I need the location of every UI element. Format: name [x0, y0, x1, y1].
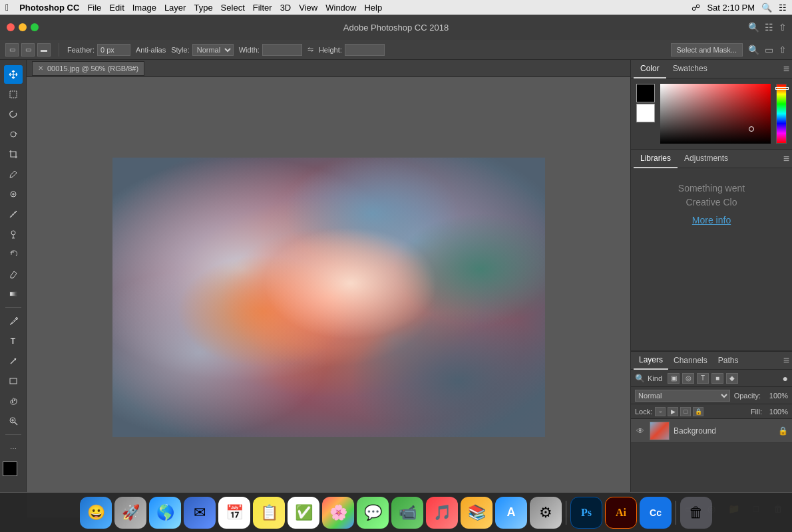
- lasso-tool[interactable]: [4, 105, 23, 124]
- tab-color[interactable]: Color: [634, 60, 666, 78]
- filter-smart-icon[interactable]: ◆: [726, 373, 738, 384]
- style-select[interactable]: Normal: [192, 44, 234, 56]
- filter-pixel-icon[interactable]: ▣: [668, 373, 680, 384]
- history-brush-tool[interactable]: [4, 245, 23, 263]
- menu-view[interactable]: View: [299, 3, 317, 13]
- menu-filter[interactable]: Filter: [253, 3, 272, 13]
- lock-all-icon[interactable]: 🔒: [693, 407, 703, 416]
- move-tool[interactable]: [4, 65, 23, 84]
- width-input[interactable]: [262, 44, 302, 56]
- hue-bar[interactable]: [776, 84, 787, 144]
- rect-marquee-icon[interactable]: ▭: [5, 43, 19, 57]
- filter-adjust-icon[interactable]: ◎: [682, 373, 694, 384]
- stamp-tool[interactable]: [4, 225, 23, 243]
- brush-tool[interactable]: [4, 205, 23, 223]
- layer-visibility-toggle[interactable]: 👁: [635, 426, 646, 436]
- maximize-button[interactable]: [31, 23, 39, 31]
- tab-paths[interactable]: Paths: [713, 351, 744, 370]
- background-swatch[interactable]: [636, 104, 655, 122]
- dock-sysprefs[interactable]: ⚙: [530, 497, 562, 529]
- tab-swatches[interactable]: Swatches: [666, 60, 714, 78]
- dock-appstore[interactable]: A: [495, 497, 527, 529]
- dock-launchpad[interactable]: 🚀: [114, 497, 146, 529]
- dock-notes[interactable]: 📋: [253, 497, 285, 529]
- height-input[interactable]: [345, 44, 385, 56]
- foreground-swatch[interactable]: [636, 84, 655, 102]
- menu-edit[interactable]: Edit: [109, 3, 124, 13]
- lock-artboard-icon[interactable]: □: [680, 407, 691, 416]
- dock-messages[interactable]: 💬: [357, 497, 389, 529]
- view-icon[interactable]: ▭: [765, 45, 773, 55]
- text-tool[interactable]: T: [4, 332, 23, 350]
- dock-itunes[interactable]: 🎵: [426, 497, 458, 529]
- tab-libraries[interactable]: Libraries: [634, 150, 678, 168]
- tab-close[interactable]: ✕: [38, 65, 43, 72]
- foreground-color[interactable]: [3, 462, 17, 476]
- menu-type[interactable]: Type: [194, 3, 212, 13]
- document-tab[interactable]: ✕ 00015.jpg @ 50% (RGB/8#): [32, 61, 144, 76]
- spot-healing-tool[interactable]: [4, 185, 23, 203]
- select-mask-button[interactable]: Select and Mask...: [671, 43, 743, 57]
- dock-photoshop[interactable]: Ps: [570, 497, 602, 529]
- close-button[interactable]: [7, 23, 15, 31]
- lock-pixels-icon[interactable]: ▫: [655, 407, 666, 416]
- ellipse-marquee-icon[interactable]: ▭: [21, 43, 35, 57]
- pen-tool[interactable]: [4, 312, 23, 331]
- layers-panel-menu[interactable]: ≡: [783, 354, 789, 366]
- canvas-image[interactable]: [112, 158, 545, 437]
- share-icon[interactable]: ⇧: [779, 22, 787, 33]
- feather-input[interactable]: [97, 44, 130, 56]
- path-selection-tool[interactable]: [4, 352, 23, 370]
- apple-logo[interactable]: : [5, 2, 9, 13]
- quick-selection-tool[interactable]: [4, 125, 23, 144]
- menu-layer[interactable]: Layer: [164, 3, 186, 13]
- filter-shape-icon[interactable]: ■: [711, 373, 723, 384]
- blend-mode-select[interactable]: Normal: [635, 390, 730, 402]
- marquee-tool[interactable]: [4, 85, 23, 104]
- eraser-tool[interactable]: [4, 265, 23, 283]
- dock-illustrator[interactable]: Ai: [605, 497, 637, 529]
- zoom-tool[interactable]: [4, 412, 23, 430]
- dock-adobe-cc[interactable]: Cc: [640, 497, 672, 529]
- dock-safari[interactable]: 🌎: [149, 497, 181, 529]
- dock-ibooks[interactable]: 📚: [461, 497, 493, 529]
- menu-help[interactable]: Help: [364, 3, 382, 13]
- list-item[interactable]: 👁 Background 🔒: [631, 419, 792, 443]
- dock-mail[interactable]: ✉: [184, 497, 216, 529]
- dock-trash[interactable]: 🗑: [680, 497, 712, 529]
- share-icon[interactable]: ⇧: [779, 45, 787, 55]
- dock-reminders[interactable]: ✅: [288, 497, 319, 529]
- search-icon[interactable]: 🔍: [748, 22, 759, 33]
- libraries-panel-menu[interactable]: ≡: [783, 153, 789, 165]
- single-row-icon[interactable]: ▬: [37, 43, 51, 57]
- menu-window[interactable]: Window: [325, 3, 356, 13]
- libraries-more-info-link[interactable]: More info: [692, 215, 731, 225]
- control-icon[interactable]: ☷: [779, 3, 787, 13]
- lock-position-icon[interactable]: ▶: [668, 407, 678, 416]
- search-icon[interactable]: 🔍: [761, 3, 772, 13]
- dock-finder[interactable]: 😀: [80, 497, 112, 529]
- hand-tool[interactable]: [4, 392, 23, 410]
- dock-calendar[interactable]: 📅: [218, 497, 250, 529]
- rectangle-tool[interactable]: [4, 372, 23, 390]
- search-icon[interactable]: 🔍: [748, 45, 759, 55]
- tab-adjustments[interactable]: Adjustments: [678, 150, 735, 168]
- minimize-button[interactable]: [19, 23, 27, 31]
- eyedropper-tool[interactable]: [4, 165, 23, 184]
- tab-layers[interactable]: Layers: [634, 351, 668, 370]
- color-gradient[interactable]: [660, 84, 771, 144]
- extra-tools[interactable]: ⋯: [4, 439, 23, 458]
- gradient-tool[interactable]: [4, 285, 23, 303]
- arrange-icon[interactable]: ☷: [765, 22, 773, 33]
- dock-facetime[interactable]: 📹: [391, 497, 423, 529]
- color-panel-menu[interactable]: ≡: [783, 63, 789, 75]
- menu-select[interactable]: Select: [221, 3, 245, 13]
- swap-icon[interactable]: ⇋: [307, 45, 313, 54]
- menu-file[interactable]: File: [87, 3, 101, 13]
- menu-3d[interactable]: 3D: [280, 3, 292, 13]
- filter-toggle[interactable]: ●: [783, 373, 788, 384]
- menu-image[interactable]: Image: [132, 3, 156, 13]
- crop-tool[interactable]: [4, 145, 23, 164]
- filter-type-icon[interactable]: T: [697, 373, 709, 384]
- tab-channels[interactable]: Channels: [668, 351, 713, 370]
